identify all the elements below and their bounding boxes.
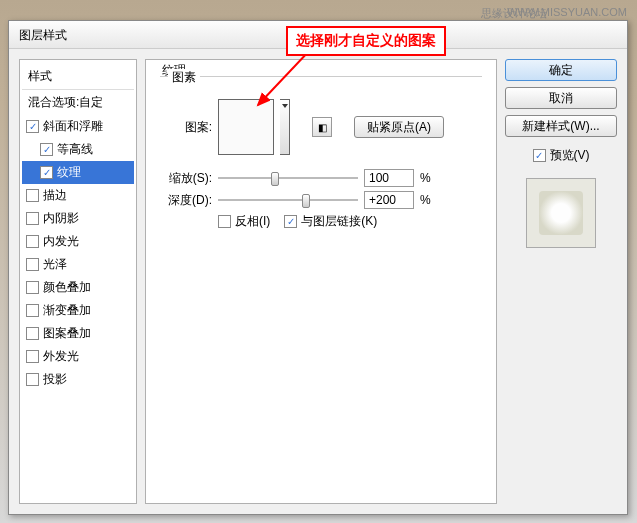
style-item-7[interactable]: 颜色叠加	[22, 276, 134, 299]
preview-checkbox[interactable]: 预览(V)	[533, 147, 590, 164]
style-item-11[interactable]: 投影	[22, 368, 134, 391]
scale-label: 缩放(S):	[160, 170, 212, 187]
new-preset-icon[interactable]: ◧	[312, 117, 332, 137]
style-item-label: 等高线	[57, 141, 93, 158]
preview-thumbnail	[526, 178, 596, 248]
preview-label: 预览(V)	[550, 147, 590, 164]
style-item-label: 外发光	[43, 348, 79, 365]
style-item-label: 描边	[43, 187, 67, 204]
style-checkbox[interactable]	[26, 258, 39, 271]
style-item-label: 渐变叠加	[43, 302, 91, 319]
dialog-title: 图层样式	[19, 28, 67, 42]
style-item-label: 内阴影	[43, 210, 79, 227]
style-item-8[interactable]: 渐变叠加	[22, 299, 134, 322]
style-checkbox[interactable]	[26, 350, 39, 363]
style-item-label: 光泽	[43, 256, 67, 273]
style-checkbox[interactable]	[26, 189, 39, 202]
layer-style-dialog: 图层样式 样式 混合选项:自定 斜面和浮雕等高线纹理描边内阴影内发光光泽颜色叠加…	[8, 20, 628, 515]
depth-slider[interactable]	[218, 199, 358, 201]
invert-checkbox[interactable]: 反相(I)	[218, 213, 270, 230]
preview-inner	[539, 191, 583, 235]
invert-chk-box	[218, 215, 231, 228]
style-item-1[interactable]: 等高线	[22, 138, 134, 161]
style-checkbox[interactable]	[40, 166, 53, 179]
callout-text: 选择刚才自定义的图案	[286, 26, 446, 56]
percent-label: %	[420, 171, 431, 185]
texture-settings-panel: 纹理 图素 图案: ◧ 贴紧原点(A) 缩放(S): %	[145, 59, 497, 504]
instruction-callout: 选择刚才自定义的图案	[286, 26, 446, 56]
style-item-3[interactable]: 描边	[22, 184, 134, 207]
style-checkbox[interactable]	[40, 143, 53, 156]
style-checkbox[interactable]	[26, 327, 39, 340]
style-item-0[interactable]: 斜面和浮雕	[22, 115, 134, 138]
style-checkbox[interactable]	[26, 120, 39, 133]
style-item-4[interactable]: 内阴影	[22, 207, 134, 230]
style-item-6[interactable]: 光泽	[22, 253, 134, 276]
style-item-2[interactable]: 纹理	[22, 161, 134, 184]
style-checkbox[interactable]	[26, 281, 39, 294]
elements-title: 图素	[168, 69, 200, 86]
invert-label: 反相(I)	[235, 213, 270, 230]
style-item-label: 颜色叠加	[43, 279, 91, 296]
pattern-label: 图案:	[160, 119, 212, 136]
pattern-preview[interactable]	[218, 99, 274, 155]
right-buttons-panel: 确定 取消 新建样式(W)... 预览(V)	[505, 59, 617, 504]
scale-input[interactable]	[364, 169, 414, 187]
style-item-10[interactable]: 外发光	[22, 345, 134, 368]
styles-list-panel: 样式 混合选项:自定 斜面和浮雕等高线纹理描边内阴影内发光光泽颜色叠加渐变叠加图…	[19, 59, 137, 504]
style-item-label: 斜面和浮雕	[43, 118, 103, 135]
ok-button[interactable]: 确定	[505, 59, 617, 81]
percent-label-2: %	[420, 193, 431, 207]
depth-input[interactable]	[364, 191, 414, 209]
blend-options[interactable]: 混合选项:自定	[22, 89, 134, 115]
style-checkbox[interactable]	[26, 235, 39, 248]
link-label: 与图层链接(K)	[301, 213, 377, 230]
watermark-url: WWW.MISSYUAN.COM	[507, 6, 627, 18]
style-item-9[interactable]: 图案叠加	[22, 322, 134, 345]
pattern-dropdown[interactable]	[280, 99, 290, 155]
style-item-label: 图案叠加	[43, 325, 91, 342]
styles-heading[interactable]: 样式	[22, 64, 134, 89]
style-checkbox[interactable]	[26, 212, 39, 225]
link-chk-box	[284, 215, 297, 228]
style-item-label: 纹理	[57, 164, 81, 181]
depth-label: 深度(D):	[160, 192, 212, 209]
style-checkbox[interactable]	[26, 304, 39, 317]
link-layer-checkbox[interactable]: 与图层链接(K)	[284, 213, 377, 230]
preview-chk-box	[533, 149, 546, 162]
scale-slider[interactable]	[218, 177, 358, 179]
new-style-button[interactable]: 新建样式(W)...	[505, 115, 617, 137]
style-item-label: 投影	[43, 371, 67, 388]
style-item-5[interactable]: 内发光	[22, 230, 134, 253]
style-checkbox[interactable]	[26, 373, 39, 386]
style-item-label: 内发光	[43, 233, 79, 250]
snap-origin-button[interactable]: 贴紧原点(A)	[354, 116, 444, 138]
cancel-button[interactable]: 取消	[505, 87, 617, 109]
